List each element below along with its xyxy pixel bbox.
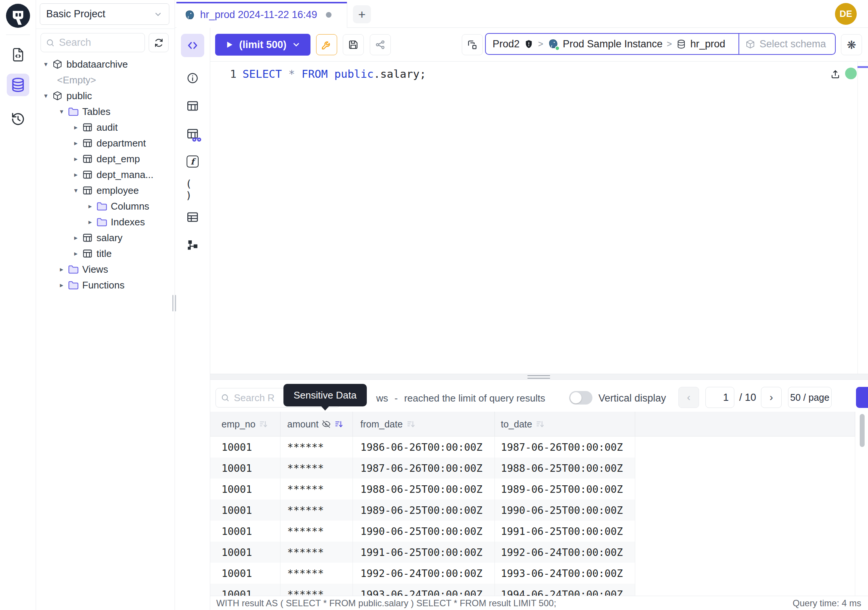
- sidebar-resize-handle[interactable]: [172, 295, 177, 311]
- chevron-down-icon[interactable]: ▾: [41, 92, 50, 100]
- schema-box-icon: [745, 39, 755, 49]
- column-header-emp-no[interactable]: emp_no: [210, 412, 281, 436]
- code-view-icon[interactable]: [181, 34, 204, 57]
- database-label: hr_prod: [690, 38, 725, 50]
- query-time: Query time: 4 ms: [792, 598, 861, 608]
- chevron-right-icon[interactable]: ▸: [71, 123, 81, 132]
- table-data-icon[interactable]: [186, 210, 199, 224]
- ai-assistant-button[interactable]: ❋: [841, 34, 862, 55]
- panel-splitter[interactable]: [210, 374, 868, 380]
- toggle-knob: [570, 392, 581, 404]
- save-button[interactable]: [343, 34, 364, 55]
- chevron-down-icon[interactable]: ▾: [57, 107, 66, 116]
- page-size-select[interactable]: 50 / page: [788, 387, 832, 408]
- table-scrollbar[interactable]: [860, 414, 865, 447]
- export-button[interactable]: [856, 387, 868, 408]
- drag-handle-icon[interactable]: [527, 375, 550, 379]
- eye-off-icon[interactable]: [322, 419, 331, 428]
- sidebar-search[interactable]: [40, 33, 145, 52]
- editor-scrollbar[interactable]: [857, 62, 868, 374]
- tree-item-audit[interactable]: ▸ audit: [36, 120, 175, 135]
- vertical-display-toggle[interactable]: [569, 391, 592, 405]
- chevron-right-icon[interactable]: ▸: [57, 265, 66, 273]
- current-page-input[interactable]: 1: [705, 387, 734, 408]
- chevron-right-icon[interactable]: ▸: [71, 155, 81, 163]
- database-icon[interactable]: [7, 74, 29, 96]
- masked-table-icon[interactable]: [186, 127, 199, 140]
- info-icon[interactable]: [186, 71, 199, 85]
- table-row[interactable]: 10001******1989-06-25T00:00:00Z1990-06-2…: [210, 500, 855, 521]
- select-schema-label: Select schema: [760, 38, 826, 50]
- column-header-from-date[interactable]: from_date: [353, 412, 495, 436]
- folder-icon: [68, 264, 79, 275]
- table-row[interactable]: 10001******1991-06-25T00:00:00Z1992-06-2…: [210, 542, 855, 563]
- table-row[interactable]: 10001******1987-06-26T00:00:00Z1988-06-2…: [210, 458, 855, 478]
- tree-item-department[interactable]: ▸ department: [36, 135, 175, 151]
- sidebar-search-input[interactable]: [59, 37, 140, 48]
- prev-page-button[interactable]: ‹: [678, 387, 699, 408]
- environment-label: Prod2: [493, 38, 519, 50]
- tree-item-columns[interactable]: ▸ Columns: [36, 198, 175, 214]
- table-row[interactable]: 10001******1988-06-25T00:00:00Z1989-06-2…: [210, 478, 855, 500]
- chevron-right-icon[interactable]: ▸: [71, 250, 81, 258]
- chevron-right-icon[interactable]: ▸: [71, 171, 81, 179]
- tree-item-salary[interactable]: ▸ salary: [36, 230, 175, 246]
- parentheses-icon[interactable]: ( ): [186, 183, 199, 196]
- run-query-button[interactable]: (limit 500): [215, 34, 310, 56]
- chevron-right-icon[interactable]: ▸: [71, 139, 81, 147]
- connection-breadcrumb[interactable]: Prod2 > Prod Sample Instance > hr_prod S…: [485, 33, 836, 55]
- tree-item-title[interactable]: ▸ title: [36, 246, 175, 261]
- share-button[interactable]: [370, 34, 391, 55]
- tree-item-dept-manager[interactable]: ▸ dept_mana...: [36, 167, 175, 183]
- tree-item-tables[interactable]: ▾ Tables: [36, 104, 175, 120]
- sort-icon[interactable]: [406, 419, 415, 429]
- worksheet-file-icon[interactable]: [7, 43, 29, 66]
- sql-schema: public: [334, 68, 374, 81]
- app-logo-icon[interactable]: [6, 4, 30, 28]
- column-header-amount[interactable]: amount: [281, 412, 353, 436]
- tree-item-bbdataarchive[interactable]: ▾ bbdataarchive: [36, 56, 175, 72]
- table-row[interactable]: 10001******1993-06-24T00:00:00Z1994-06-2…: [210, 584, 855, 596]
- tree-item-views[interactable]: ▸ Views: [36, 261, 175, 277]
- tree-item-functions[interactable]: ▸ Functions: [36, 277, 175, 293]
- project-selector[interactable]: Basic Project: [40, 3, 169, 25]
- table-row[interactable]: 10001******1990-06-25T00:00:00Z1991-06-2…: [210, 521, 855, 542]
- table-schema-icon[interactable]: [186, 99, 199, 113]
- upload-icon[interactable]: [830, 68, 841, 80]
- tab-hr-prod[interactable]: hr_prod 2024-11-22 16:49: [177, 2, 347, 28]
- breadcrumb-separator: >: [538, 39, 543, 49]
- chevron-right-icon[interactable]: ▸: [85, 202, 95, 210]
- sort-icon[interactable]: [334, 419, 344, 429]
- table-row[interactable]: 10001******1992-06-24T00:00:00Z1993-06-2…: [210, 563, 855, 584]
- function-icon[interactable]: f: [186, 155, 199, 168]
- schema-diagram-icon[interactable]: [186, 238, 199, 251]
- chevron-right-icon[interactable]: ▸: [57, 281, 66, 289]
- avatar[interactable]: DE: [835, 3, 857, 25]
- column-header-empty: [635, 412, 855, 436]
- chevron-down-icon[interactable]: ▾: [71, 186, 81, 194]
- tree-item-indexes[interactable]: ▸ Indexes: [36, 214, 175, 230]
- select-schema-button[interactable]: Select schema: [738, 34, 835, 54]
- chevron-right-icon[interactable]: ▸: [71, 234, 81, 242]
- chevron-down-icon[interactable]: [292, 40, 301, 49]
- tree-item-employee[interactable]: ▾ employee: [36, 183, 175, 198]
- unsaved-dot-icon: [326, 12, 332, 18]
- sort-icon[interactable]: [535, 419, 545, 429]
- sql-editor[interactable]: 1 SELECT * FROM public.salary;: [210, 62, 868, 374]
- tree-item-dept-emp[interactable]: ▸ dept_emp: [36, 151, 175, 167]
- next-page-button[interactable]: ›: [761, 387, 782, 408]
- chevron-down-icon[interactable]: ▾: [41, 60, 50, 68]
- table-body: 10001******1986-06-26T00:00:00Z1987-06-2…: [210, 436, 868, 596]
- chevron-right-icon[interactable]: ▸: [85, 218, 95, 226]
- tree-item-public[interactable]: ▾ public: [36, 88, 175, 104]
- connection-context[interactable]: Prod2 > Prod Sample Instance > hr_prod: [486, 34, 738, 54]
- new-tab-button[interactable]: +: [353, 5, 371, 23]
- admin-wrench-button[interactable]: [316, 34, 337, 55]
- left-rail: [0, 0, 36, 610]
- refresh-button[interactable]: [149, 33, 169, 52]
- format-sql-button[interactable]: [462, 34, 483, 55]
- table-row[interactable]: 10001******1986-06-26T00:00:00Z1987-06-2…: [210, 436, 855, 458]
- sort-icon[interactable]: [259, 419, 268, 429]
- history-icon[interactable]: [7, 108, 29, 130]
- column-header-to-date[interactable]: to_date: [495, 412, 635, 436]
